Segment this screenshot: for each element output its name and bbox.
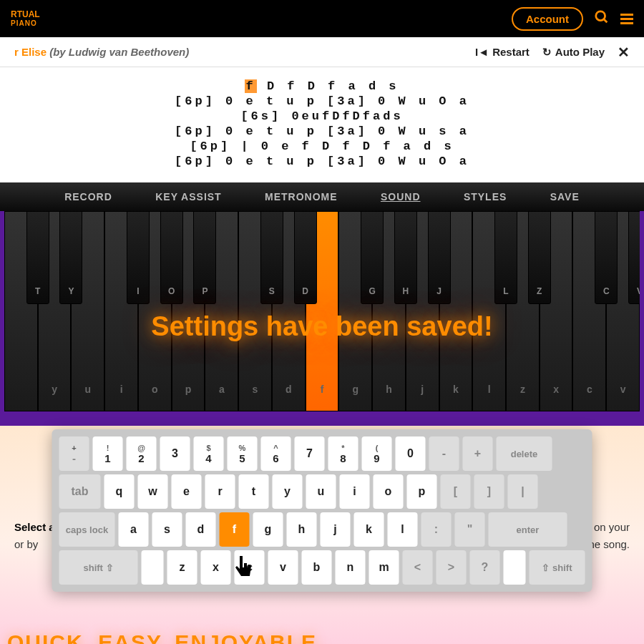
key-a[interactable]: a (119, 512, 149, 547)
black-key-J[interactable]: J (428, 211, 451, 304)
black-key-H[interactable]: H (394, 211, 417, 304)
autoplay-button[interactable]: ↻ Auto Play (542, 46, 605, 59)
key-i[interactable]: i (340, 474, 370, 509)
key-][interactable]: ] (474, 474, 504, 509)
black-key-V[interactable]: V (628, 211, 644, 304)
hand-pointer-icon (233, 555, 255, 587)
key-1[interactable]: !1 (93, 436, 123, 471)
key-2[interactable]: @2 (127, 436, 157, 471)
key->[interactable]: > (436, 550, 467, 585)
black-key-C[interactable]: C (595, 211, 618, 304)
key-caps lock[interactable]: caps lock (59, 512, 115, 547)
key-m[interactable]: m (369, 550, 399, 585)
key-9[interactable]: (9 (362, 436, 392, 471)
key-b[interactable]: b (302, 550, 332, 585)
black-key-G[interactable]: G (361, 211, 384, 304)
key-top-label: * (341, 444, 344, 452)
restart-label: Restart (492, 46, 530, 58)
key-bot-label: - (72, 452, 76, 464)
key-h[interactable]: h (287, 512, 317, 547)
key-d[interactable]: d (186, 512, 216, 547)
key-u[interactable]: u (306, 474, 336, 509)
key-enter[interactable]: enter (489, 512, 567, 547)
key--[interactable]: - (429, 436, 459, 471)
black-key-D[interactable]: D (294, 211, 317, 304)
restart-button[interactable]: I◄ Restart (475, 46, 530, 58)
key-x[interactable]: x (201, 550, 231, 585)
key-bot-label: 4 (205, 452, 211, 464)
black-key-I[interactable]: I (127, 211, 150, 304)
key-t[interactable]: t (239, 474, 269, 509)
key-f[interactable]: f (220, 512, 250, 547)
key-shift ⇧[interactable]: shift ⇧ (59, 550, 138, 585)
key-g[interactable]: g (253, 512, 283, 547)
sheet-line: f D f D f a d s (0, 79, 644, 93)
key-p[interactable]: p (407, 474, 437, 509)
key-v[interactable]: v (268, 550, 298, 585)
key-7[interactable]: 7 (295, 436, 325, 471)
toolbar-item-record[interactable]: RECORD (64, 191, 112, 203)
key-top-label: % (239, 444, 246, 452)
toolbar-item-metronome[interactable]: METRONOME (265, 191, 338, 203)
key-?[interactable]: ? (470, 550, 500, 585)
key--[interactable]: +- (59, 436, 89, 471)
key-delete[interactable]: delete (497, 436, 552, 471)
menu-icon[interactable] (620, 14, 633, 24)
key-"[interactable]: " (455, 512, 485, 547)
key-⇧ shift[interactable]: ⇧ shift (530, 550, 585, 585)
key-4[interactable]: $4 (194, 436, 224, 471)
key-r[interactable]: r (205, 474, 235, 509)
black-key-S[interactable]: S (260, 211, 283, 304)
key-s[interactable]: s (152, 512, 182, 547)
search-icon[interactable] (594, 9, 610, 28)
toolbar-item-save[interactable]: SAVE (550, 191, 580, 203)
key-top-label: ( (376, 444, 379, 452)
sheet-line: [6p] | 0 e f D f D f a d s (0, 140, 644, 153)
black-key-Z[interactable]: Z (528, 211, 551, 304)
key-n[interactable]: n (336, 550, 366, 585)
black-key-Y[interactable]: Y (59, 211, 82, 304)
black-key-slot: C (572, 211, 606, 304)
key-j[interactable]: j (321, 512, 351, 547)
account-button[interactable]: Account (512, 7, 583, 31)
key-8[interactable]: *8 (328, 436, 358, 471)
key-l[interactable]: l (388, 512, 418, 547)
toolbar-item-key-assist[interactable]: KEY ASSIST (155, 191, 221, 203)
sheet-line: [6p] 0 e t u p [3a] 0 W u O a (0, 155, 644, 168)
key-e[interactable]: e (172, 474, 202, 509)
key-|[interactable]: | (508, 474, 538, 509)
key-k[interactable]: k (354, 512, 384, 547)
key-<[interactable]: < (403, 550, 433, 585)
key-q[interactable]: q (104, 474, 135, 509)
black-key-slot: I (104, 211, 138, 304)
black-key-slot: L (472, 211, 506, 304)
logo[interactable]: RTUAL PIANO (11, 9, 40, 28)
key-6[interactable]: ^6 (261, 436, 291, 471)
text-right-bot: he song. (588, 536, 630, 553)
key-3[interactable]: 3 (160, 436, 190, 471)
key-:[interactable]: : (421, 512, 452, 547)
key-y[interactable]: y (273, 474, 303, 509)
black-key-P[interactable]: P (193, 211, 216, 304)
text-right-top: on your (594, 519, 630, 536)
key-+[interactable]: + (463, 436, 493, 471)
toolbar-item-styles[interactable]: STYLES (464, 191, 507, 203)
key-tab[interactable]: tab (59, 474, 101, 509)
black-keys: TYIOPSDGHJLZCV (4, 211, 640, 304)
black-key-O[interactable]: O (160, 211, 183, 304)
black-key-slot: T (4, 211, 38, 304)
key-0[interactable]: 0 (396, 436, 426, 471)
close-icon[interactable]: ✕ (618, 44, 630, 61)
music-sheet: f D f D f a d s[6p] 0 e t u p [3a] 0 W u… (0, 67, 644, 182)
key-5[interactable]: %5 (228, 436, 258, 471)
key-w[interactable]: w (138, 474, 168, 509)
key-space[interactable] (142, 550, 164, 585)
key-top-label: @ (137, 444, 145, 452)
toolbar-item-sound[interactable]: SOUND (381, 191, 421, 203)
key-[[interactable]: [ (441, 474, 471, 509)
key-z[interactable]: z (167, 550, 197, 585)
black-key-T[interactable]: T (26, 211, 49, 304)
key-space[interactable] (504, 550, 526, 585)
key-o[interactable]: o (374, 474, 404, 509)
black-key-L[interactable]: L (494, 211, 517, 304)
